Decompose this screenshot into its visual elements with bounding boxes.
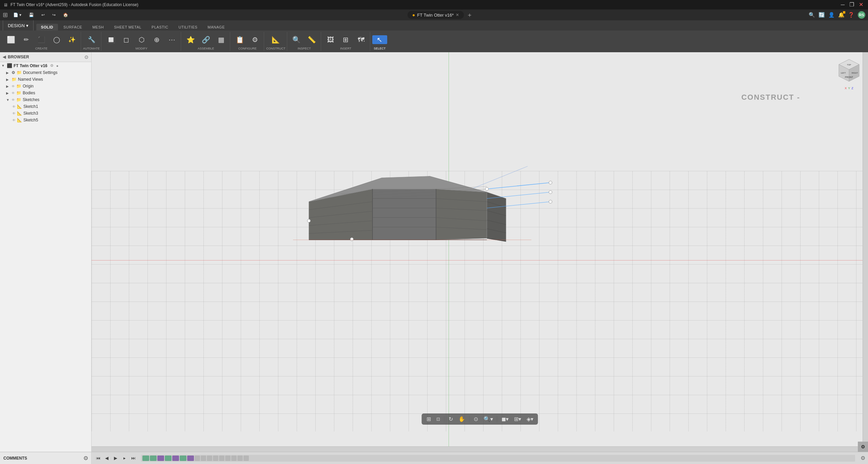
timeline-item-6[interactable] <box>187 456 194 461</box>
root-gear-icon[interactable]: ⚙ <box>50 63 54 68</box>
timeline-item-1[interactable] <box>150 456 157 461</box>
titlebar-restore-btn[interactable]: ❐ <box>848 1 855 8</box>
new-sketch-btn[interactable]: ⬜ <box>3 35 18 44</box>
timeline-item-9[interactable] <box>207 456 212 461</box>
sketch1-eye-icon[interactable]: 👁 <box>12 105 16 109</box>
timeline-item-11[interactable] <box>219 456 224 461</box>
tab-solid[interactable]: SOLID <box>36 24 58 31</box>
more-create-btn[interactable]: ✨ <box>64 36 79 44</box>
modify-btn1[interactable]: 🔲 <box>103 35 118 44</box>
tab-surface[interactable]: SURFACE <box>59 24 87 31</box>
timeline-end-btn[interactable]: ⏭ <box>130 455 137 462</box>
timeline-track[interactable] <box>141 455 855 462</box>
view-cube[interactable]: TOP RIGHT LEFT FRONT X Y Z <box>835 58 863 85</box>
bodies-eye-icon[interactable]: 👁 <box>12 91 15 95</box>
close-tab-icon[interactable]: ✕ <box>456 13 459 17</box>
search-icon[interactable]: 🔍 <box>809 12 815 18</box>
origin-eye-icon[interactable]: 👁 <box>12 84 15 88</box>
revolve-btn[interactable]: ◯ <box>49 36 64 44</box>
menu-redo-btn[interactable]: ↪ <box>49 11 59 19</box>
modify-btn3[interactable]: ⬡ <box>134 35 149 44</box>
menu-undo-btn[interactable]: ↩ <box>38 11 48 19</box>
tree-item-sketch3[interactable]: 👁 📐 Sketch3 <box>0 110 91 117</box>
extrude-btn[interactable]: ⬛ <box>34 36 49 44</box>
tree-item-sketches[interactable]: ▼ 👁 📁 Sketches <box>0 96 91 103</box>
effects-btn[interactable]: ◈▾ <box>525 415 535 423</box>
timeline-item-5[interactable] <box>180 456 186 461</box>
insert-btn2[interactable]: ⊞ <box>338 35 353 44</box>
insert-btn3[interactable]: 🗺 <box>354 35 369 44</box>
automate-btn[interactable]: 🔧 <box>84 36 99 44</box>
3d-model-svg[interactable] <box>309 151 563 259</box>
notifications-icon[interactable]: 🔔 <box>838 12 845 18</box>
timeline-prev-btn[interactable]: ◀ <box>103 455 111 462</box>
tab-manage[interactable]: MANAGE <box>203 24 230 31</box>
timeline-item-10[interactable] <box>213 456 218 461</box>
user-avatar[interactable]: RS <box>858 11 865 19</box>
help-icon[interactable]: ❓ <box>848 12 854 18</box>
modify-btn2[interactable]: ◻ <box>119 35 134 44</box>
zoom-fit-btn[interactable]: ⊙ <box>472 415 480 423</box>
create-sketch-btn[interactable]: ✏ <box>19 36 34 44</box>
tree-item-bodies[interactable]: ▶ 👁 📁 Bodies <box>0 90 91 96</box>
autosave-icon[interactable]: 🔄 <box>818 12 825 18</box>
titlebar-close-btn[interactable]: ✕ <box>857 1 865 8</box>
timeline-next-btn[interactable]: ▸ <box>121 455 128 462</box>
browser-collapse-btn[interactable]: ◀ <box>3 55 6 59</box>
timeline-item-3[interactable] <box>165 456 172 461</box>
modify-btn4[interactable]: ⊕ <box>149 35 164 44</box>
construct-btn1[interactable]: 📐 <box>268 35 283 44</box>
zoom-options-btn[interactable]: 🔍▾ <box>481 415 495 423</box>
timeline-item-2[interactable] <box>157 456 164 461</box>
account-icon[interactable]: 👤 <box>828 12 835 18</box>
inspect-btn2[interactable]: 📏 <box>304 35 319 44</box>
timeline-start-btn[interactable]: ⏮ <box>94 455 102 462</box>
tab-plastic[interactable]: PLASTIC <box>147 24 173 31</box>
tree-item-doc-settings[interactable]: ▶ ⚙ 📁 Document Settings <box>0 69 91 76</box>
sketch3-eye-icon[interactable]: 👁 <box>12 112 16 115</box>
timeline-play-btn[interactable]: ▶ <box>112 455 119 462</box>
insert-btn1[interactable]: 🖼 <box>323 35 338 44</box>
display-mode-btn[interactable]: ◼▾ <box>499 415 511 423</box>
tab-utilities[interactable]: UTILITIES <box>174 24 202 31</box>
root-dot-icon[interactable]: ● <box>56 64 59 68</box>
timeline-item-15[interactable] <box>243 456 249 461</box>
tree-item-named-views[interactable]: ▶ 📁 Named Views <box>0 76 91 83</box>
modify-btn5[interactable]: ⋯ <box>164 35 179 44</box>
pan-btn[interactable]: ✋ <box>456 415 467 423</box>
tree-item-root[interactable]: ▼ ⬛ FT Twin Otter v16 ⚙ ● <box>0 62 91 69</box>
orbit-btn[interactable]: ↻ <box>447 415 455 423</box>
timeline-item-4[interactable] <box>172 456 179 461</box>
timeline-item-7[interactable] <box>195 456 200 461</box>
design-mode-btn[interactable]: DESIGN ▾ <box>3 19 34 32</box>
titlebar-min-btn[interactable]: ─ <box>840 2 846 8</box>
menu-grid-icon[interactable]: ⊞ <box>3 11 8 19</box>
viewport-settings-btn[interactable]: ⚙ <box>858 442 868 452</box>
tree-item-sketch1[interactable]: 👁 📐 Sketch1 <box>0 103 91 110</box>
new-tab-btn[interactable]: ＋ <box>467 11 473 19</box>
menu-save-btn[interactable]: 💾 <box>25 11 37 19</box>
menu-file-btn[interactable]: 📄 ▾ <box>10 11 25 19</box>
timeline-item-0[interactable] <box>142 456 149 461</box>
fit-icon[interactable]: ⊡ <box>434 415 442 423</box>
timeline-settings-btn[interactable]: ⚙ <box>861 455 865 461</box>
timeline-item-13[interactable] <box>231 456 237 461</box>
menu-home-btn[interactable]: 🏠 <box>60 11 72 19</box>
browser-settings-icon[interactable]: ⊙ <box>84 54 88 60</box>
select-btn[interactable]: ↖ <box>372 35 387 44</box>
timeline-item-8[interactable] <box>201 456 206 461</box>
fit-all-btn[interactable]: ⊞ <box>425 415 433 423</box>
assemble-btn2[interactable]: 🔗 <box>198 35 213 44</box>
timeline-item-14[interactable] <box>237 456 243 461</box>
assemble-btn1[interactable]: ⭐ <box>183 35 198 44</box>
configure-btn1[interactable]: 📋 <box>232 35 247 44</box>
comments-add-btn[interactable]: ⊙ <box>83 455 88 461</box>
tab-sheetmetal[interactable]: SHEET METAL <box>109 24 146 31</box>
timeline-item-12[interactable] <box>225 456 231 461</box>
tab-mesh[interactable]: MESH <box>87 24 108 31</box>
grid-settings-btn[interactable]: ⊞▾ <box>512 415 523 423</box>
sketch5-eye-icon[interactable]: 👁 <box>12 118 16 122</box>
configure-btn2[interactable]: ⚙ <box>248 35 262 44</box>
tree-item-origin[interactable]: ▶ 👁 📁 Origin <box>0 83 91 90</box>
assemble-btn3[interactable]: ▦ <box>214 35 229 44</box>
